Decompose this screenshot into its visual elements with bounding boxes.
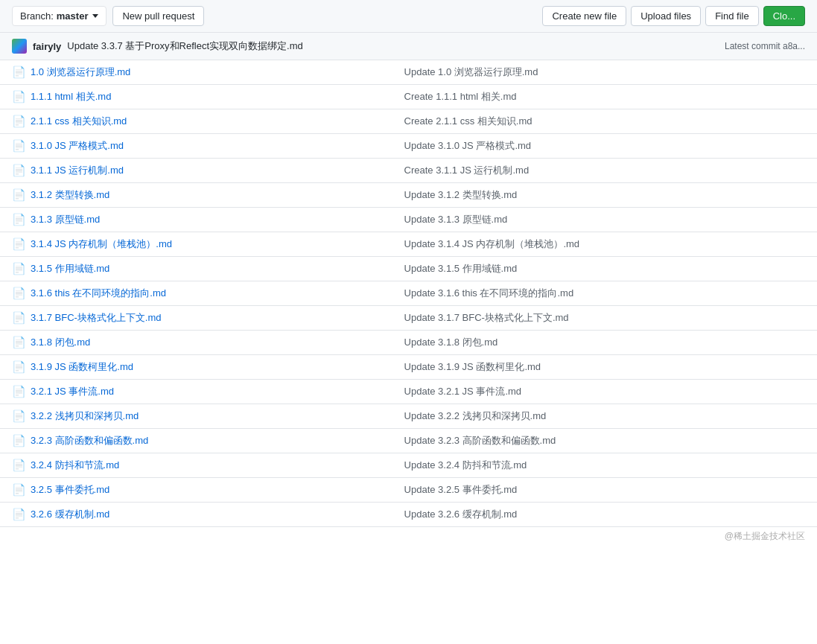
file-icon: 📄 [12,164,26,177]
toolbar: Branch: master New pull request Create n… [0,0,817,33]
commit-description: Update 3.2.4 防抖和节流.md [404,459,527,471]
commit-description: Update 1.0 浏览器运行原理.md [404,66,538,77]
find-file-button[interactable]: Find file [705,6,759,26]
file-link[interactable]: 3.2.3 高阶函数和偏函数.md [31,434,148,447]
commit-description: Update 3.1.3 原型链.md [404,214,508,225]
commit-description: Update 3.1.9 JS 函数柯里化.md [404,361,541,372]
file-icon: 📄 [12,409,26,423]
file-link[interactable]: 1.0 浏览器运行原理.md [31,66,130,79]
commit-description: Update 3.1.0 JS 严格模式.md [404,140,532,151]
file-icon: 📄 [12,360,26,374]
table-row: 📄 1.1.1 html 相关.md Create 1.1.1 html 相关.… [0,85,817,109]
table-row: 📄 3.1.5 作用域链.md Update 3.1.5 作用域链.md [0,257,817,281]
commit-description: Update 3.1.4 JS 内存机制（堆栈池）.md [404,238,580,249]
file-icon: 📄 [12,311,26,325]
avatar [12,39,27,54]
commit-message: Update 3.3.7 基于Proxy和Reflect实现双向数据绑定.md [67,39,719,53]
table-row: 📄 3.2.6 缓存机制.md Update 3.2.6 缓存机制.md [0,503,817,527]
commit-description: Create 3.1.1 JS 运行机制.md [404,165,530,176]
table-row: 📄 3.2.1 JS 事件流.md Update 3.2.1 JS 事件流.md [0,380,817,404]
table-row: 📄 3.1.4 JS 内存机制（堆栈池）.md Update 3.1.4 JS … [0,232,817,257]
file-icon: 📄 [12,459,26,472]
watermark: @稀土掘金技术社区 [0,527,817,546]
commit-description: Update 3.2.3 高阶函数和偏函数.md [404,435,556,446]
new-pull-request-button[interactable]: New pull request [112,6,204,26]
table-row: 📄 3.2.3 高阶函数和偏函数.md Update 3.2.3 高阶函数和偏函… [0,429,817,453]
table-row: 📄 3.1.2 类型转换.md Update 3.1.2 类型转换.md [0,183,817,208]
table-row: 📄 3.1.6 this 在不同环境的指向.md Update 3.1.6 th… [0,281,817,306]
file-icon: 📄 [12,213,26,226]
commit-description: Create 2.1.1 css 相关知识.md [404,115,533,127]
file-icon: 📄 [12,90,26,103]
file-icon: 📄 [12,483,26,497]
clone-button[interactable]: Clo... [763,6,805,26]
table-row: 📄 3.1.9 JS 函数柯里化.md Update 3.1.9 JS 函数柯里… [0,355,817,380]
file-link[interactable]: 3.1.8 闭包.md [31,336,90,349]
file-link[interactable]: 3.1.5 作用域链.md [31,262,109,275]
file-icon: 📄 [12,237,26,251]
table-row: 📄 1.0 浏览器运行原理.md Update 1.0 浏览器运行原理.md [0,60,817,85]
file-icon: 📄 [12,139,26,153]
commit-description: Update 3.2.6 缓存机制.md [404,508,518,520]
table-row: 📄 2.1.1 css 相关知识.md Create 2.1.1 css 相关知… [0,109,817,134]
file-icon: 📄 [12,336,26,349]
chevron-down-icon [92,14,98,18]
file-link[interactable]: 3.1.1 JS 运行机制.md [31,164,124,177]
commit-bar: fairyly Update 3.3.7 基于Proxy和Reflect实现双向… [0,33,817,60]
commit-description: Update 3.2.5 事件委托.md [404,484,518,495]
commit-description: Update 3.1.7 BFC-块格式化上下文.md [404,312,569,323]
file-icon: 📄 [12,385,26,398]
file-link[interactable]: 3.1.4 JS 内存机制（堆栈池）.md [31,237,172,251]
file-table: 📄 1.0 浏览器运行原理.md Update 1.0 浏览器运行原理.md 📄… [0,60,817,527]
file-link[interactable]: 3.2.6 缓存机制.md [31,508,109,521]
table-row: 📄 3.1.1 JS 运行机制.md Create 3.1.1 JS 运行机制.… [0,159,817,183]
file-link[interactable]: 3.1.3 原型链.md [31,213,100,226]
toolbar-left: Branch: master New pull request [12,6,204,26]
commit-description: Create 1.1.1 html 相关.md [404,91,517,102]
table-row: 📄 3.1.7 BFC-块格式化上下文.md Update 3.1.7 BFC-… [0,306,817,331]
commit-description: Update 3.1.6 this 在不同环境的指向.md [404,287,574,299]
file-link[interactable]: 3.1.7 BFC-块格式化上下文.md [31,311,162,325]
file-link[interactable]: 3.1.9 JS 函数柯里化.md [31,360,133,374]
latest-commit-hash: Latest commit a8a... [725,41,805,51]
table-row: 📄 3.2.2 浅拷贝和深拷贝.md Update 3.2.2 浅拷贝和深拷贝.… [0,404,817,429]
commit-description: Update 3.2.1 JS 事件流.md [404,386,522,397]
toolbar-right: Create new file Upload files Find file C… [542,6,805,26]
table-row: 📄 3.1.3 原型链.md Update 3.1.3 原型链.md [0,208,817,232]
branch-selector[interactable]: Branch: master [12,6,107,26]
file-link[interactable]: 3.1.6 this 在不同环境的指向.md [31,287,166,300]
file-link[interactable]: 2.1.1 css 相关知识.md [31,115,127,128]
file-link[interactable]: 3.2.5 事件委托.md [31,483,109,497]
file-icon: 📄 [12,287,26,300]
table-row: 📄 3.1.8 闭包.md Update 3.1.8 闭包.md [0,331,817,355]
create-new-file-button[interactable]: Create new file [542,6,626,26]
file-icon: 📄 [12,508,26,521]
file-icon: 📄 [12,188,26,202]
branch-label: Branch: [20,10,54,22]
file-icon: 📄 [12,262,26,275]
upload-files-button[interactable]: Upload files [631,6,701,26]
branch-name: master [57,10,89,22]
file-icon: 📄 [12,115,26,128]
file-icon: 📄 [12,66,26,79]
file-link[interactable]: 3.1.2 类型转换.md [31,188,109,202]
file-link[interactable]: 3.2.1 JS 事件流.md [31,385,114,398]
commit-description: Update 3.1.5 作用域链.md [404,263,518,274]
commit-description: Update 3.2.2 浅拷贝和深拷贝.md [404,410,547,421]
table-row: 📄 3.2.5 事件委托.md Update 3.2.5 事件委托.md [0,478,817,503]
commit-description: Update 3.1.8 闭包.md [404,337,498,348]
commit-author[interactable]: fairyly [33,41,61,52]
file-link[interactable]: 3.2.4 防抖和节流.md [31,459,119,472]
file-link[interactable]: 3.1.0 JS 严格模式.md [31,139,124,153]
commit-description: Update 3.1.2 类型转换.md [404,189,518,200]
file-icon: 📄 [12,434,26,447]
table-row: 📄 3.1.0 JS 严格模式.md Update 3.1.0 JS 严格模式.… [0,134,817,159]
file-link[interactable]: 3.2.2 浅拷贝和深拷贝.md [31,409,139,423]
table-row: 📄 3.2.4 防抖和节流.md Update 3.2.4 防抖和节流.md [0,453,817,478]
file-link[interactable]: 1.1.1 html 相关.md [31,90,111,103]
